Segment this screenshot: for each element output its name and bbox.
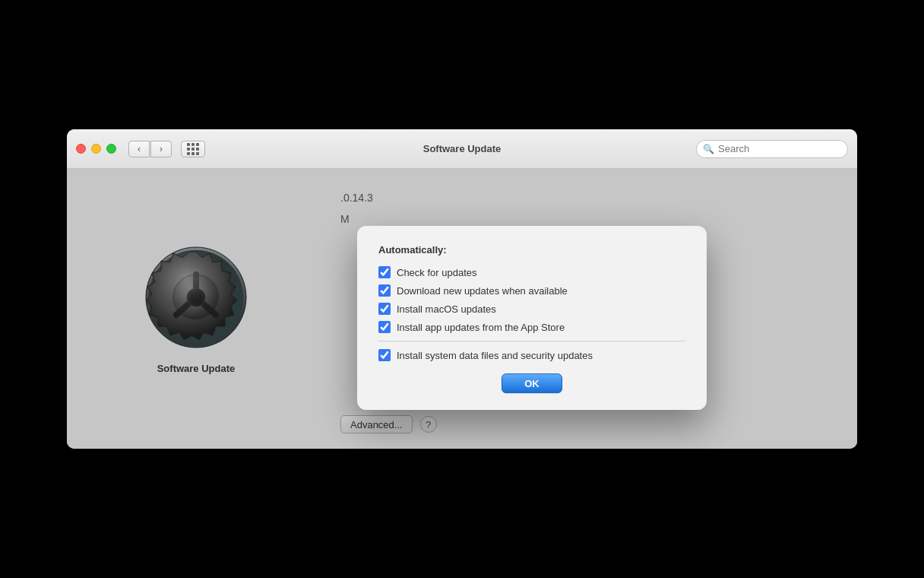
checkbox-row-1: Check for updates (378, 266, 685, 278)
download-updates-label: Download new updates when available (397, 285, 568, 297)
advanced-dialog: Automatically: Check for updates Downloa… (357, 226, 707, 410)
download-updates-checkbox[interactable] (378, 284, 391, 297)
check-for-updates-checkbox[interactable] (378, 266, 391, 278)
grid-view-button[interactable] (181, 141, 205, 157)
install-security-updates-checkbox[interactable] (378, 349, 391, 361)
checkbox-row-4: Install app updates from the App Store (378, 321, 685, 333)
main-content: Software Update .0.14.3 M Advanced... ? … (67, 169, 857, 449)
back-button[interactable]: ‹ (128, 141, 150, 157)
minimize-button[interactable] (91, 144, 101, 154)
install-macos-checkbox[interactable] (378, 303, 391, 315)
checkbox-row-5: Install system data files and security u… (378, 349, 685, 361)
search-icon: 🔍 (703, 144, 714, 154)
dialog-title: Automatically: (378, 244, 685, 256)
nav-buttons: ‹ › (128, 141, 172, 157)
forward-button[interactable]: › (150, 141, 172, 157)
checkbox-row-3: Install macOS updates (378, 303, 685, 315)
window-title: Software Update (423, 143, 502, 154)
main-window: ‹ › Software Update 🔍 (67, 129, 857, 449)
close-button[interactable] (76, 144, 86, 154)
search-field[interactable]: 🔍 (696, 140, 848, 158)
search-input[interactable] (718, 143, 841, 154)
install-app-updates-checkbox[interactable] (378, 321, 391, 333)
traffic-lights (76, 144, 116, 154)
install-app-updates-label: Install app updates from the App Store (397, 322, 565, 333)
dialog-divider (378, 341, 685, 341)
checkbox-row-2: Download new updates when available (378, 284, 685, 297)
install-macos-label: Install macOS updates (397, 303, 496, 315)
titlebar: ‹ › Software Update 🔍 (67, 129, 857, 169)
maximize-button[interactable] (106, 144, 116, 154)
ok-button[interactable]: OK (502, 373, 562, 393)
grid-dots-icon (187, 143, 199, 155)
install-security-updates-label: Install system data files and security u… (397, 350, 593, 361)
check-for-updates-label: Check for updates (397, 267, 477, 278)
